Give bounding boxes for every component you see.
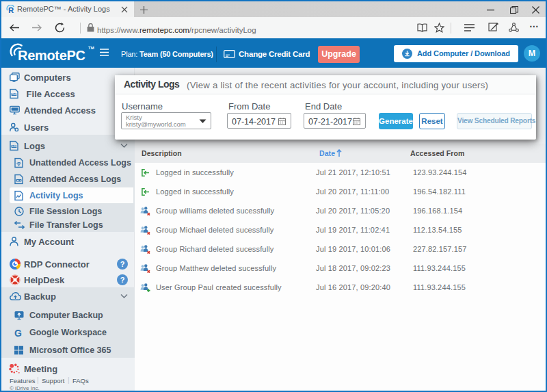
svg-text:RemotePC: RemotePC xyxy=(18,48,85,63)
svg-text:R: R xyxy=(8,6,14,14)
svg-text:LOG: LOG xyxy=(12,145,17,148)
svg-text:TM: TM xyxy=(88,46,94,50)
svg-text:G: G xyxy=(14,328,22,337)
svg-text:FILE: FILE xyxy=(12,93,17,96)
